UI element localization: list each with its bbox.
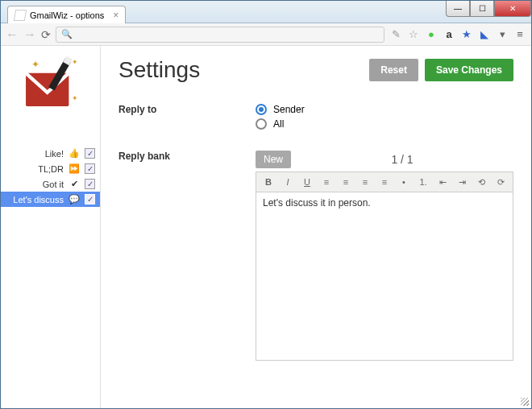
browser-tab[interactable]: GmailWiz - options × — [7, 6, 126, 23]
pencil-icon[interactable]: ✎ — [389, 28, 402, 41]
preset-label: Got it — [43, 180, 64, 189]
reply-preset-list: Like!👍✓TL;DR⏩✓Got it✔✓Let's discuss💬✓ — [1, 146, 100, 207]
browser-window: GmailWiz - options × — ☐ ✕ ← → ⟳ 🔍 ✎ ☆ ●… — [0, 0, 532, 409]
main-panel: Settings Reset Save Changes Reply to Sen… — [101, 46, 531, 408]
tab-title: GmailWiz - options — [30, 10, 104, 20]
resize-handle[interactable] — [518, 395, 530, 407]
close-button[interactable]: ✕ — [494, 1, 531, 17]
maximize-button[interactable]: ☐ — [470, 1, 494, 17]
preset-checkbox[interactable]: ✓ — [85, 148, 95, 159]
pager: 1 / 1 — [291, 153, 513, 166]
editor-toolbar: BIU≡≡≡≡•1.⇤⇥⟲⟳ — [256, 171, 513, 192]
reset-button[interactable]: Reset — [369, 59, 418, 81]
editor-format-button[interactable]: ≡ — [358, 176, 372, 188]
search-icon: 🔍 — [61, 29, 73, 39]
save-changes-button[interactable]: Save Changes — [425, 59, 513, 81]
address-bar[interactable]: 🔍 — [56, 27, 384, 43]
editor-format-button[interactable]: • — [397, 176, 411, 188]
preset-label: Let's discuss — [13, 195, 64, 204]
tab-close-icon[interactable]: × — [113, 10, 118, 21]
reply-bank-section: Reply bank New 1 / 1 BIU≡≡≡≡•1.⇤⇥⟲⟳ Let'… — [118, 151, 513, 361]
preset-icon: ✔ — [69, 179, 80, 189]
app-logo: ✦ ✦ ✦ — [16, 52, 85, 122]
svg-text:✦: ✦ — [71, 58, 77, 66]
radio-button[interactable] — [256, 118, 267, 130]
radio-option[interactable]: All — [256, 118, 513, 130]
star-outline-icon[interactable]: ☆ — [407, 28, 420, 41]
back-button[interactable]: ← — [6, 27, 19, 42]
header-buttons: Reset Save Changes — [369, 59, 513, 81]
editor-format-button[interactable]: U — [300, 176, 314, 188]
reply-to-label: Reply to — [118, 104, 256, 133]
preset-icon: 👍 — [69, 148, 80, 159]
reply-preset-item[interactable]: Got it✔✓ — [1, 176, 100, 192]
editor-textarea[interactable]: Let's discuss it in person. — [256, 192, 513, 361]
editor-format-button[interactable]: ⇥ — [455, 176, 469, 188]
tab-favicon — [14, 10, 27, 21]
radio-button[interactable] — [256, 104, 267, 115]
green-dot-icon[interactable]: ● — [425, 28, 438, 41]
blue-triangle-icon[interactable]: ◣ — [478, 28, 491, 41]
editor-format-button[interactable]: ⇤ — [435, 176, 450, 188]
preset-checkbox[interactable]: ✓ — [85, 194, 95, 204]
preset-label: TL;DR — [38, 164, 64, 174]
reply-bank-editor: New 1 / 1 BIU≡≡≡≡•1.⇤⇥⟲⟳ Let's discuss i… — [256, 151, 513, 361]
browser-toolbar: ← → ⟳ 🔍 ✎ ☆ ● a ★ ◣ ▾ ≡ — [1, 23, 531, 46]
reply-to-options: SenderAll — [256, 104, 513, 133]
reply-bank-label: Reply bank — [118, 151, 256, 361]
font-icon[interactable]: a — [443, 28, 455, 41]
reply-preset-item[interactable]: Like!👍✓ — [1, 146, 100, 161]
new-reply-button[interactable]: New — [256, 151, 291, 168]
wifi-icon[interactable]: ▾ — [496, 28, 509, 41]
reply-preset-item[interactable]: Let's discuss💬✓ — [1, 192, 100, 207]
reply-to-section: Reply to SenderAll — [118, 104, 513, 133]
svg-text:✦: ✦ — [71, 94, 77, 102]
svg-text:✦: ✦ — [31, 59, 39, 70]
page-content: ✦ ✦ ✦ Like!👍✓TL;DR⏩✓Got it✔✓Let's discus… — [1, 46, 531, 408]
reply-preset-item[interactable]: TL;DR⏩✓ — [1, 161, 100, 176]
editor-format-button[interactable]: ≡ — [377, 176, 392, 188]
blue-star-icon[interactable]: ★ — [460, 28, 473, 41]
editor-format-button[interactable]: B — [261, 176, 276, 188]
preset-checkbox[interactable]: ✓ — [85, 163, 95, 174]
preset-icon: ⏩ — [69, 163, 80, 174]
preset-icon: 💬 — [69, 194, 80, 204]
sidebar: ✦ ✦ ✦ Like!👍✓TL;DR⏩✓Got it✔✓Let's discus… — [1, 46, 101, 408]
titlebar: GmailWiz - options × — ☐ ✕ — [1, 1, 531, 23]
menu-icon[interactable]: ≡ — [513, 28, 526, 41]
editor-format-button[interactable]: ⟳ — [493, 176, 508, 188]
radio-label: Sender — [273, 104, 305, 115]
page-title: Settings — [118, 57, 200, 83]
editor-format-button[interactable]: ≡ — [339, 176, 353, 188]
minimize-button[interactable]: — — [446, 1, 470, 17]
preset-label: Like! — [45, 149, 64, 159]
preset-checkbox[interactable]: ✓ — [85, 179, 95, 189]
radio-option[interactable]: Sender — [256, 104, 513, 115]
editor-format-button[interactable]: ⟲ — [474, 176, 488, 188]
editor-format-button[interactable]: ≡ — [319, 176, 334, 188]
forward-button[interactable]: → — [23, 27, 36, 42]
window-controls: — ☐ ✕ — [446, 1, 531, 17]
main-header: Settings Reset Save Changes — [118, 57, 513, 83]
reload-button[interactable]: ⟳ — [41, 28, 51, 41]
editor-top-bar: New 1 / 1 — [256, 151, 513, 168]
radio-label: All — [273, 118, 284, 130]
extension-icons: ✎ ☆ ● a ★ ◣ ▾ ≡ — [389, 28, 526, 41]
editor-format-button[interactable]: I — [281, 176, 295, 188]
editor-format-button[interactable]: 1. — [416, 176, 430, 188]
